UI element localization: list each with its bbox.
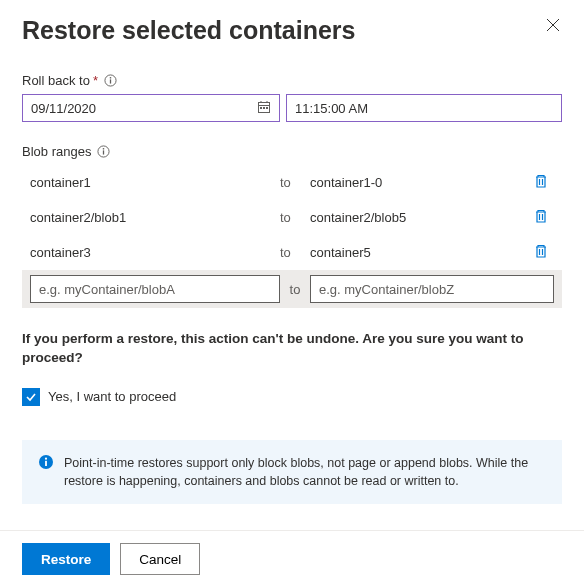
range-to: container5	[310, 245, 524, 260]
rollback-time-input[interactable]: 11:15:00 AM	[286, 94, 562, 122]
info-icon	[38, 454, 54, 490]
blob-range-row: container3 to container5	[22, 235, 562, 270]
range-to-word: to	[280, 175, 310, 190]
rollback-date-input[interactable]: 09/11/2020	[22, 94, 280, 122]
panel-title: Restore selected containers	[22, 16, 355, 45]
delete-range-button[interactable]	[534, 208, 554, 227]
delete-range-button[interactable]	[534, 173, 554, 192]
range-to-word: to	[280, 282, 310, 297]
info-text: Point-in-time restores support only bloc…	[64, 454, 546, 490]
blob-range-row: container1 to container1-0	[22, 165, 562, 200]
close-button[interactable]	[544, 16, 562, 34]
panel-footer: Restore Cancel	[0, 530, 584, 587]
svg-rect-2	[110, 79, 111, 83]
svg-rect-9	[266, 107, 268, 109]
svg-point-11	[103, 148, 105, 150]
blob-ranges-label: Blob ranges	[22, 144, 91, 159]
svg-point-1	[110, 77, 112, 79]
close-icon	[546, 18, 560, 32]
range-from: container1	[30, 175, 280, 190]
info-icon[interactable]	[97, 145, 110, 158]
range-to-word: to	[280, 245, 310, 260]
trash-icon	[534, 208, 548, 224]
range-from-input[interactable]	[30, 275, 280, 303]
svg-rect-15	[45, 461, 47, 466]
blob-range-input-row: to	[22, 270, 562, 308]
range-to: container2/blob5	[310, 210, 524, 225]
trash-icon	[534, 243, 548, 259]
required-asterisk: *	[93, 73, 98, 88]
rollback-time-value: 11:15:00 AM	[295, 101, 368, 116]
delete-range-button[interactable]	[534, 243, 554, 262]
range-from: container2/blob1	[30, 210, 280, 225]
range-to-input[interactable]	[310, 275, 554, 303]
blob-ranges-list: container1 to container1-0 container2/bl…	[22, 165, 562, 308]
cancel-button[interactable]: Cancel	[120, 543, 200, 575]
range-to: container1-0	[310, 175, 524, 190]
svg-rect-12	[103, 150, 104, 154]
svg-rect-7	[260, 107, 262, 109]
confirm-label: Yes, I want to proceed	[48, 389, 176, 404]
restore-warning-text: If you perform a restore, this action ca…	[22, 330, 562, 368]
trash-icon	[534, 173, 548, 189]
info-icon[interactable]	[104, 74, 117, 87]
restore-button[interactable]: Restore	[22, 543, 110, 575]
calendar-icon	[257, 100, 271, 117]
svg-point-14	[45, 457, 47, 459]
rollback-date-value: 09/11/2020	[31, 101, 96, 116]
rollback-label: Roll back to	[22, 73, 90, 88]
info-callout: Point-in-time restores support only bloc…	[22, 440, 562, 504]
svg-rect-8	[263, 107, 265, 109]
check-icon	[25, 391, 37, 403]
blob-range-row: container2/blob1 to container2/blob5	[22, 200, 562, 235]
range-from: container3	[30, 245, 280, 260]
confirm-checkbox[interactable]	[22, 388, 40, 406]
range-to-word: to	[280, 210, 310, 225]
